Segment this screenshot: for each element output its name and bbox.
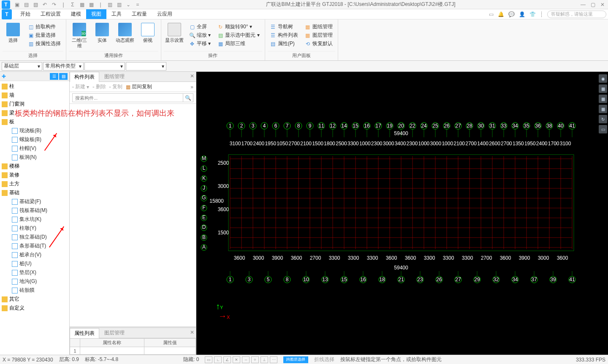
vt-select-icon[interactable]: ▭ — [599, 125, 607, 133]
search-icon[interactable]: 🔍 — [183, 93, 193, 102]
panel-close-icon[interactable]: ✕ — [190, 73, 194, 79]
polyline-select-button[interactable]: 折线选择 — [314, 356, 334, 363]
sb-tool3-icon[interactable]: ∠ — [223, 356, 231, 363]
qa-dropdown-icon[interactable]: ⌄ — [125, 1, 132, 8]
tab-layer-mgmt-2[interactable]: 图层管理 — [100, 328, 129, 338]
zoom-button[interactable]: 🔍缩放 ▾ — [188, 31, 212, 39]
topbar-chat-icon[interactable]: 💬 — [508, 11, 515, 17]
topbar-shirt-icon[interactable]: 👕 — [529, 11, 536, 17]
select-button[interactable]: 选择 — [3, 22, 24, 44]
leftnav-plus-icon[interactable]: ✚ — [2, 73, 6, 79]
tree-group-louti[interactable]: 楼梯 — [0, 162, 69, 171]
qa-folder-icon[interactable]: ▧ — [32, 1, 39, 8]
rotate90-button[interactable]: ↻顺旋转90° ▾ — [217, 23, 260, 31]
fullscreen-button[interactable]: ▢全屏 — [188, 23, 212, 31]
qa-redo-icon[interactable]: ↷ — [51, 1, 57, 8]
tree-item-zhudun[interactable]: 柱墩(Y) — [0, 224, 69, 233]
new-component-button[interactable]: ▫新建 ▾ — [72, 83, 89, 90]
sb-tool6-icon[interactable]: ✧ — [251, 356, 259, 363]
toolbar-more-icon[interactable]: » — [190, 84, 193, 90]
tree-group-qita[interactable]: 其它 — [0, 295, 69, 304]
cross-layer-select-button[interactable]: 跨图层选择 — [283, 356, 308, 363]
help-search-input[interactable]: 答疑解惑，请输这里 — [547, 11, 606, 18]
sb-tool2-icon[interactable]: ∟ — [214, 356, 222, 363]
display-settings-button[interactable]: 显示设置 — [164, 22, 185, 44]
vt-sphere-icon[interactable]: ◉ — [599, 74, 607, 83]
leftnav-view1-icon[interactable]: ☰ — [50, 73, 58, 80]
tree-group-zidingyi[interactable]: 自定义 — [0, 304, 69, 312]
dropdown-3[interactable]: ▾ — [84, 62, 125, 71]
vt-cube1-icon[interactable]: ▦ — [599, 84, 607, 93]
tree-item-tiaoxingjichu[interactable]: 条形基础(T) — [0, 242, 69, 250]
drawing-mgmt-button[interactable]: ▦图纸管理 — [304, 23, 334, 31]
view-orbit-button[interactable]: 动态观察 — [114, 22, 136, 44]
view-2d3d-button[interactable]: 3D二维/三维 — [69, 22, 90, 49]
qa-doc-icon[interactable]: ▦ — [79, 1, 85, 8]
topbar-book-icon[interactable]: ▭ — [489, 11, 494, 17]
layer-copy-button[interactable]: ▦层间复制 — [126, 83, 152, 90]
qa-open-icon[interactable]: ▤ — [23, 1, 30, 8]
drawing-viewport[interactable]: 1234678911121415161719202224252627283031… — [196, 72, 608, 355]
tree-item-bandong[interactable]: 板洞(N) — [0, 153, 69, 162]
tab-drawing-mgmt[interactable]: 图纸管理 — [100, 72, 129, 81]
tree-group-zhu[interactable]: 柱 — [0, 82, 69, 91]
sb-tool1-icon[interactable]: ▭ — [205, 356, 212, 363]
menu-cloud[interactable]: 云应用 — [152, 9, 177, 19]
menu-logo-icon[interactable]: T — [2, 9, 12, 19]
view-top-button[interactable]: 俯视 — [137, 22, 158, 44]
layer-mgmt-button[interactable]: ▦图层管理 — [304, 31, 334, 39]
pick-component-button[interactable]: ◫拾取构件 — [27, 23, 62, 31]
pan-button[interactable]: ✥平移 ▾ — [188, 40, 212, 48]
vt-cube3-icon[interactable]: ▦ — [599, 105, 607, 113]
prop-value-cell[interactable] — [144, 347, 195, 355]
tree-group-qiang[interactable]: 墙 — [0, 91, 69, 100]
property-p-button[interactable]: ▤属性(P) — [269, 40, 299, 48]
window-restore[interactable]: ▢ — [591, 2, 595, 8]
tree-item-fabanjichu[interactable]: 筏板基础(M) — [0, 206, 69, 215]
qa-save-icon[interactable]: ▣ — [14, 1, 20, 8]
copy-component-button[interactable]: ▫复制 — [109, 83, 122, 90]
qa-settings2-icon[interactable]: ▥ — [116, 1, 122, 8]
sb-tool5-icon[interactable]: ↔ — [242, 356, 250, 363]
topbar-user-icon[interactable]: 👤 — [519, 11, 525, 17]
leftnav-view2-icon[interactable]: ▤ — [59, 73, 68, 80]
menu-quantity[interactable]: 工程量 — [127, 9, 152, 19]
prop-name-cell[interactable] — [80, 347, 144, 355]
menu-tools[interactable]: 工具 — [106, 9, 127, 19]
local-3d-button[interactable]: ▦局部三维 — [217, 40, 260, 48]
select-by-property-button[interactable]: ▥按属性选择 — [27, 40, 62, 48]
vt-cube2-icon[interactable]: ▦ — [599, 95, 607, 103]
tree-group-tufang[interactable]: 土方 — [0, 179, 69, 188]
dropdown-4[interactable]: ▾ — [126, 62, 166, 71]
qa-settings-icon[interactable]: ▥ — [106, 1, 113, 8]
menu-view[interactable]: 视图 — [86, 9, 106, 19]
nav-tree-button[interactable]: ☰导航树 — [269, 23, 299, 31]
tree-item-dianceng[interactable]: 垫层(X) — [0, 268, 69, 277]
delete-component-button[interactable]: ▫删除 — [92, 83, 106, 90]
tab-component-list[interactable]: 构件列表 — [70, 72, 99, 82]
component-search-input[interactable] — [72, 93, 183, 102]
tree-group-ban[interactable]: 板 — [0, 117, 69, 126]
tree-item-digou[interactable]: 地沟(G) — [0, 277, 69, 286]
vt-refresh-icon[interactable]: ↻ — [599, 115, 607, 123]
show-selected-button[interactable]: ▤显示选中图元 ▾ — [217, 31, 260, 39]
tree-group-menchuang[interactable]: 门窗洞 — [0, 100, 69, 109]
qa-sigma-icon[interactable]: Σ — [69, 1, 76, 8]
tree-item-luoxuanban[interactable]: 螺旋板(B) — [0, 135, 69, 144]
sb-tool8-icon[interactable]: ⋯ — [270, 356, 277, 363]
qa-doc2-icon[interactable]: ▦ — [88, 1, 95, 8]
window-minimize[interactable]: — — [581, 2, 586, 8]
floor-dropdown[interactable]: 基础层▾ — [2, 62, 42, 71]
tree-item-jishuikeng[interactable]: 集水坑(K) — [0, 215, 69, 224]
tree-item-zhuang[interactable]: 桩(U) — [0, 259, 69, 268]
restore-default-button[interactable]: ⟲恢复默认 — [304, 40, 334, 48]
batch-select-button[interactable]: ▣批量选择 — [27, 31, 62, 39]
tree-group-zhuangxiu[interactable]: 装修 — [0, 171, 69, 179]
sb-tool4-icon[interactable]: ✕ — [233, 356, 240, 363]
tree-item-zhuangchengtai[interactable]: 桩承台(V) — [0, 250, 69, 259]
tree-item-zhuantaimo[interactable]: 砖胎膜 — [0, 286, 69, 295]
view-solid-button[interactable]: 实体 — [92, 22, 113, 44]
tree-item-jichuliang[interactable]: 基础梁(F) — [0, 197, 69, 206]
menu-modeling[interactable]: 建模 — [66, 9, 86, 19]
prop-panel-close-icon[interactable]: ✕ — [190, 329, 194, 335]
